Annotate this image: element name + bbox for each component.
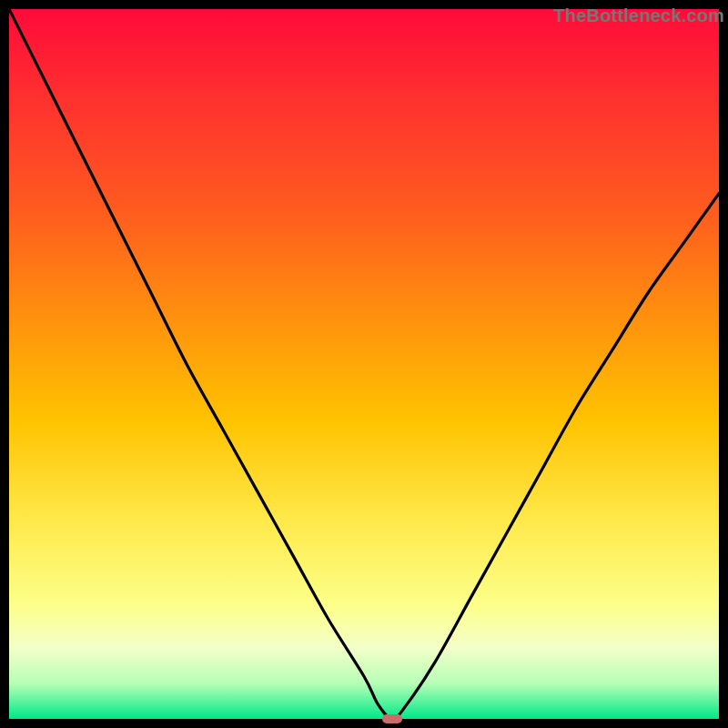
watermark-text: TheBottleneck.com: [553, 5, 724, 26]
optimum-marker: [382, 714, 402, 723]
plot-area: [9, 9, 719, 719]
bottleneck-curve: [9, 9, 719, 719]
chart-root: TheBottleneck.com: [0, 0, 728, 728]
